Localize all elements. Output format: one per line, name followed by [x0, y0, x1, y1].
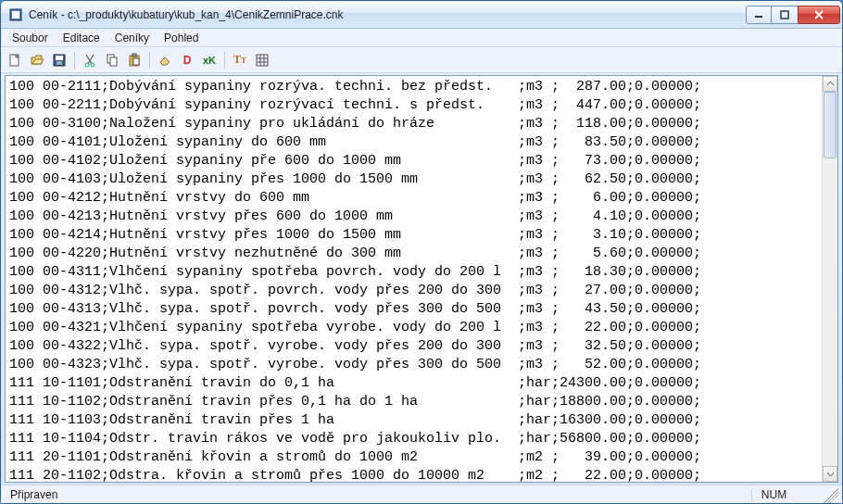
resize-grip[interactable] [824, 488, 838, 503]
svg-rect-2 [755, 16, 762, 18]
new-file-icon [7, 53, 22, 68]
svg-rect-3 [781, 11, 788, 19]
maximize-button[interactable] [771, 6, 799, 24]
open-file-icon [30, 53, 44, 68]
new-button[interactable] [5, 50, 25, 70]
toolbar: D xK TT [1, 47, 842, 73]
svg-rect-1 [12, 11, 19, 19]
save-button[interactable] [49, 50, 69, 70]
text-content[interactable]: 100 00-2111;Dobývání sypaniny rozrýva. t… [6, 76, 822, 482]
svg-rect-11 [110, 57, 117, 66]
toolbar-separator [149, 52, 150, 69]
svg-point-8 [85, 63, 89, 67]
copy-icon [105, 53, 120, 68]
close-button[interactable] [798, 6, 840, 24]
toolbar-separator [74, 52, 75, 69]
close-icon [813, 10, 824, 19]
eraser-icon [157, 53, 172, 68]
paste-icon [127, 53, 142, 68]
app-icon [8, 7, 23, 22]
clear-button[interactable] [155, 50, 175, 70]
svg-rect-7 [57, 61, 62, 65]
toolbar-separator [224, 52, 225, 69]
window-title: Ceník - c:\_produkty\kubatury\kub_kan_4\… [29, 8, 747, 21]
svg-rect-6 [56, 56, 63, 60]
vertical-scrollbar[interactable] [822, 76, 837, 482]
statusbar: Připraven NUM [1, 485, 842, 503]
minimize-icon [754, 10, 763, 19]
open-button[interactable] [27, 50, 47, 70]
tt-icon: TT [233, 53, 246, 67]
menu-ceniky[interactable]: Ceníky [107, 30, 157, 46]
status-text: Připraven [5, 488, 63, 501]
minimize-button[interactable] [746, 6, 772, 24]
scroll-thumb[interactable] [824, 92, 837, 158]
paste-button[interactable] [124, 50, 145, 70]
copy-button[interactable] [102, 50, 122, 70]
d-tool-button[interactable]: D [177, 50, 197, 70]
status-num: NUM [751, 488, 796, 501]
menubar: Soubor Editace Ceníky Pohled [1, 29, 842, 47]
chevron-up-icon [826, 80, 835, 88]
maximize-icon [780, 10, 789, 19]
grid-icon [255, 53, 270, 68]
chevron-down-icon [826, 470, 835, 478]
grid-tool-button[interactable] [252, 50, 272, 70]
tt-tool-button[interactable]: TT [230, 50, 250, 70]
xk-tool-button[interactable]: xK [199, 50, 220, 70]
titlebar[interactable]: Ceník - c:\_produkty\kubatury\kub_kan_4\… [1, 1, 842, 29]
cut-icon [82, 53, 97, 68]
menu-editace[interactable]: Editace [56, 30, 107, 46]
svg-rect-14 [133, 58, 139, 65]
editor-area: 100 00-2111;Dobývání sypaniny rozrýva. t… [5, 75, 838, 483]
app-window: Ceník - c:\_produkty\kubatury\kub_kan_4\… [0, 0, 843, 504]
menu-soubor[interactable]: Soubor [5, 30, 56, 46]
svg-point-9 [91, 63, 94, 67]
svg-rect-15 [257, 55, 268, 66]
xk-icon: xK [203, 55, 216, 66]
svg-rect-13 [132, 54, 136, 57]
scroll-track[interactable] [823, 92, 837, 466]
scroll-up-button[interactable] [823, 76, 837, 92]
menu-pohled[interactable]: Pohled [157, 30, 206, 46]
cut-button[interactable] [80, 50, 100, 70]
save-icon [52, 53, 67, 68]
d-icon: D [183, 54, 192, 67]
scroll-down-button[interactable] [823, 466, 837, 482]
